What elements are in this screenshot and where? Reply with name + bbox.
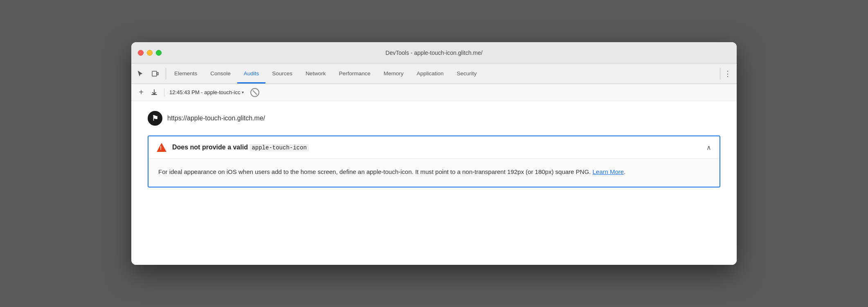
collapse-icon[interactable]: ∧ (706, 144, 711, 151)
add-button[interactable]: + (136, 88, 146, 97)
tab-bar: Elements Console Audits Sources Network … (131, 63, 737, 84)
audit-result-card: Does not provide a valid apple-touch-ico… (148, 135, 720, 187)
no-entry-icon (250, 88, 259, 97)
tab-elements[interactable]: Elements (168, 63, 204, 84)
download-button[interactable] (149, 88, 159, 97)
warning-icon (157, 143, 166, 152)
tab-audits[interactable]: Audits (237, 63, 266, 84)
svg-rect-1 (157, 72, 158, 75)
cursor-icon[interactable] (135, 68, 146, 79)
svg-rect-0 (152, 71, 157, 76)
more-options-icon[interactable]: ⋮ (722, 68, 733, 79)
learn-more-link[interactable]: Learn More (592, 168, 624, 175)
audit-description: For ideal appearance on iOS when users a… (158, 167, 710, 177)
tabs-container: Elements Console Audits Sources Network … (168, 63, 718, 84)
main-content: ⚑ https://apple-touch-icon.glitch.me/ Do… (131, 101, 737, 265)
devtools-toolbar-icons (135, 68, 161, 79)
devtools-window: DevTools - apple-touch-icon.glitch.me/ E… (131, 42, 737, 265)
audit-body: For ideal appearance on iOS when users a… (148, 158, 720, 187)
audit-title: Does not provide a valid apple-touch-ico… (172, 144, 701, 151)
minimize-button[interactable] (147, 50, 153, 56)
close-button[interactable] (138, 50, 144, 56)
tab-security[interactable]: Security (450, 63, 483, 84)
tab-console[interactable]: Console (204, 63, 237, 84)
tab-application[interactable]: Application (410, 63, 450, 84)
url-row: ⚑ https://apple-touch-icon.glitch.me/ (148, 111, 720, 126)
audit-header[interactable]: Does not provide a valid apple-touch-ico… (148, 136, 720, 158)
title-bar: DevTools - apple-touch-icon.glitch.me/ (131, 42, 737, 63)
toolbar-separator (164, 88, 164, 97)
audit-session-dropdown[interactable]: 12:45:43 PM - apple-touch-icc ▾ (169, 89, 244, 95)
tab-divider (166, 68, 166, 80)
device-toggle-icon[interactable] (149, 68, 161, 79)
tab-memory[interactable]: Memory (377, 63, 410, 84)
window-controls (138, 50, 162, 56)
window-title: DevTools - apple-touch-icon.glitch.me/ (385, 50, 482, 56)
page-url: https://apple-touch-icon.glitch.me/ (167, 115, 265, 122)
tab-performance[interactable]: Performance (332, 63, 377, 84)
tab-network[interactable]: Network (299, 63, 333, 84)
audits-toolbar: + 12:45:43 PM - apple-touch-icc ▾ (131, 84, 737, 101)
site-favicon: ⚑ (148, 111, 162, 126)
tab-divider-right (720, 68, 720, 80)
maximize-button[interactable] (156, 50, 162, 56)
tab-sources[interactable]: Sources (265, 63, 299, 84)
